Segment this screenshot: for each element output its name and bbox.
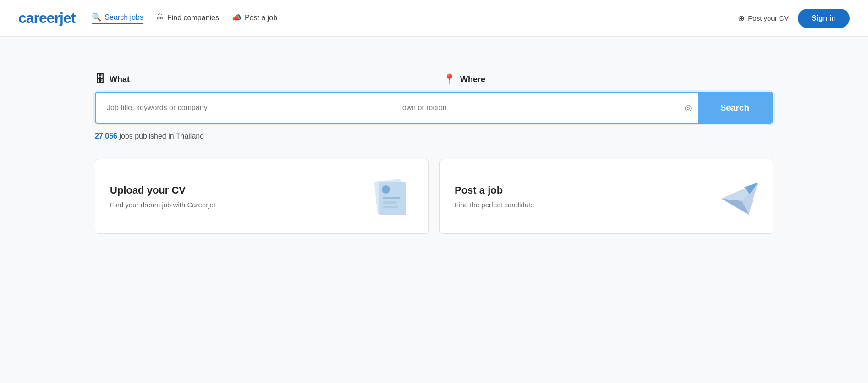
upload-cv-card-text: Upload your CV Find your dream job with … — [110, 184, 215, 209]
jobs-count-label: jobs published in Thailand — [119, 132, 204, 140]
header-left: careerjet 🔍 Search jobs 🏛 Find companies… — [18, 10, 277, 27]
logo[interactable]: careerjet — [18, 10, 75, 27]
nav-post-job[interactable]: 📣 Post a job — [232, 13, 277, 23]
nav-links: 🔍 Search jobs 🏛 Find companies 📣 Post a … — [92, 12, 277, 24]
svg-rect-4 — [383, 201, 397, 204]
upload-cv-card[interactable]: Upload your CV Find your dream job with … — [95, 159, 429, 234]
post-job-card[interactable]: Post a job Find the perfect candidate — [439, 159, 773, 234]
main-content: 🗄 What 📍 Where ◎ Search 27,056 jobs publ… — [67, 37, 801, 252]
nav-search-jobs[interactable]: 🔍 Search jobs — [92, 12, 143, 24]
search-icon: 🔍 — [92, 12, 101, 22]
svg-rect-3 — [383, 197, 400, 199]
where-label: 📍 Where — [434, 73, 485, 85]
where-input[interactable] — [391, 93, 679, 123]
svg-rect-5 — [383, 206, 398, 208]
svg-point-2 — [382, 185, 390, 194]
nav-find-companies[interactable]: 🏛 Find companies — [156, 13, 219, 23]
what-input[interactable] — [96, 93, 391, 123]
post-job-subtitle: Find the perfect candidate — [455, 201, 534, 209]
cards-row: Upload your CV Find your dream job with … — [95, 159, 773, 234]
location-detect-button[interactable]: ◎ — [679, 103, 698, 113]
header: careerjet 🔍 Search jobs 🏛 Find companies… — [0, 0, 868, 37]
cv-illustration — [372, 176, 413, 217]
crosshair-icon: ◎ — [685, 103, 692, 112]
megaphone-icon: 📣 — [232, 13, 242, 22]
what-label: 🗄 What — [95, 73, 434, 85]
post-job-card-text: Post a job Find the perfect candidate — [455, 184, 534, 209]
upload-cv-title: Upload your CV — [110, 184, 215, 196]
location-pin-icon: 📍 — [443, 73, 456, 85]
post-job-title: Post a job — [455, 184, 534, 196]
header-right: ⊕ Post your CV Sign in — [738, 9, 850, 28]
search-button[interactable]: Search — [698, 93, 772, 123]
plane-svg — [717, 178, 763, 219]
upload-cv-subtitle: Find your dream job with Careerjet — [110, 201, 215, 209]
briefcase-icon: 🗄 — [95, 73, 105, 85]
plane-illustration — [717, 178, 758, 215]
search-bar: ◎ Search — [95, 92, 773, 124]
post-cv-link[interactable]: ⊕ Post your CV — [738, 13, 788, 23]
cv-svg — [372, 176, 413, 217]
sign-in-button[interactable]: Sign in — [798, 9, 850, 28]
search-labels: 🗄 What 📍 Where — [95, 73, 773, 85]
building-icon: 🏛 — [156, 13, 164, 22]
jobs-count-number: 27,056 — [95, 132, 117, 140]
jobs-count-text: 27,056 jobs published in Thailand — [95, 132, 773, 140]
plus-circle-icon: ⊕ — [738, 13, 745, 23]
